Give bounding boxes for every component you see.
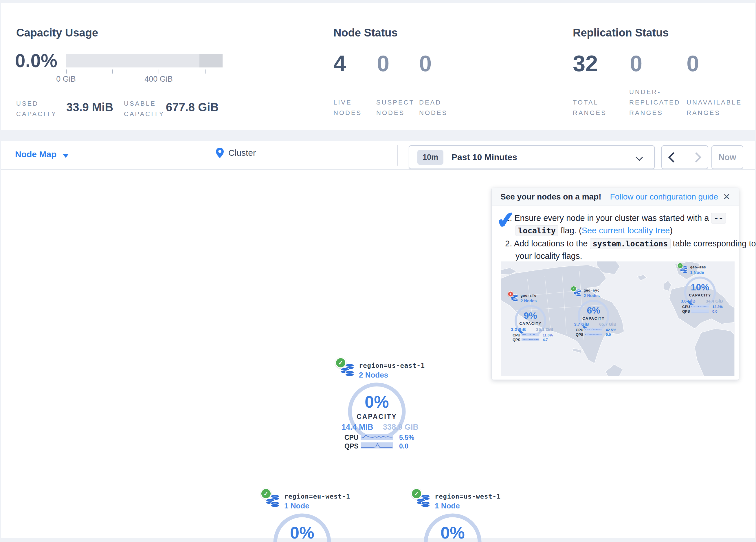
configuration-guide-link[interactable]: Follow our configuration guide xyxy=(610,192,718,201)
used-capacity: 3.2 GiB xyxy=(511,327,526,332)
qps-value: 0.0 xyxy=(399,442,408,450)
cpu-value: 12.3% xyxy=(712,305,723,309)
view-selector-dropdown[interactable]: Node Map xyxy=(15,149,69,159)
map-node-geo-sfo[interactable]: 1 geo=sfo 2 Nodes 9% CAPACITY 3.2 GiB 35… xyxy=(506,291,557,344)
qps-label: QPS xyxy=(344,442,359,450)
region-card-us-east-1[interactable]: ✓ region=us-east-1 2 Nodes 0% CAPACITY 1… xyxy=(333,357,425,454)
capacity-gauge xyxy=(348,383,406,440)
time-range-selector[interactable]: 10m Past 10 Minutes xyxy=(409,145,655,169)
system-locations-code: system.locations xyxy=(590,238,670,249)
capacity-percent: 10% xyxy=(684,282,716,293)
live-nodes-label: LIVENODES xyxy=(333,97,362,118)
locality-label: region=eu-west-1 xyxy=(284,493,350,500)
qps-label: QPS xyxy=(513,338,520,342)
breadcrumb-label: Cluster xyxy=(228,148,256,158)
step-2-line-2: your locality flags. xyxy=(515,251,582,261)
locality-label: region=us-east-1 xyxy=(359,362,425,369)
map-node-geo-nyc[interactable]: ✓ geo=nyc 2 Nodes 6% CAPACITY 3.7 GiB 65… xyxy=(569,286,620,339)
qps-value: 0.0 xyxy=(606,333,611,337)
qps-sparkline xyxy=(522,338,540,341)
total-ranges-label: TOTALRANGES xyxy=(573,97,607,118)
axis-tick-label: 400 GiB xyxy=(144,75,173,84)
total-capacity: 338.9 GiB xyxy=(383,423,419,432)
total-capacity: 34.4 GiB xyxy=(706,299,723,304)
map-node-geo-ams[interactable]: ✓ geo=ams 1 Node 10% CAPACITY 3.6 GiB 34… xyxy=(676,262,727,316)
locality-label: geo=nyc xyxy=(584,289,600,293)
check-icon: ✔ xyxy=(495,206,517,234)
total-capacity: 35.1 GiB xyxy=(536,327,553,332)
capacity-usage-percent: 0.0% xyxy=(15,52,57,70)
capacity-percent: 9% xyxy=(515,310,546,321)
axis-tick xyxy=(159,69,159,73)
nodes-on-map-popup: See your nodes on a map! Follow our conf… xyxy=(491,187,739,380)
live-nodes-count: 4 xyxy=(333,52,346,75)
cpu-value: 5.5% xyxy=(399,434,414,442)
node-status-title: Node Status xyxy=(333,27,398,39)
chevron-down-icon xyxy=(636,153,643,161)
capacity-label: CAPACITY xyxy=(684,293,716,298)
cpu-label: CPU xyxy=(513,333,520,337)
locality-label: geo=ams xyxy=(690,265,706,269)
nodes-count-link[interactable]: 2 Nodes xyxy=(584,293,600,298)
used-capacity: 3.6 GiB xyxy=(681,299,696,304)
chevron-left-icon xyxy=(668,152,678,162)
dead-nodes-label: DEADNODES xyxy=(419,97,447,118)
time-range-label: Past 10 Minutes xyxy=(452,152,517,162)
database-stack-icon xyxy=(266,494,280,508)
under-replicated-label: UNDER- REPLICATED RANGES xyxy=(629,87,680,118)
nodes-count-link[interactable]: 2 Nodes xyxy=(521,298,537,303)
used-capacity-value: 33.9 MiB xyxy=(66,101,113,114)
capacity-label: CAPACITY xyxy=(515,322,546,326)
used-capacity: 3.7 GiB xyxy=(574,322,589,327)
locality-breadcrumb[interactable]: Cluster xyxy=(216,148,256,158)
suspect-nodes-label: SUSPECTNODES xyxy=(376,97,414,118)
cpu-label: CPU xyxy=(682,305,690,309)
toolbar-divider xyxy=(397,145,398,166)
qps-sparkline xyxy=(691,310,709,313)
cpu-label: CPU xyxy=(344,434,359,442)
qps-value: 4.7 xyxy=(543,338,548,342)
chevron-down-icon xyxy=(63,154,69,158)
capacity-usage-bar-segment xyxy=(199,54,223,67)
qps-label: QPS xyxy=(682,310,690,314)
locality-label: region=us-west-1 xyxy=(435,493,501,500)
nodes-count-link[interactable]: 1 Node xyxy=(690,270,704,275)
axis-tick xyxy=(66,69,67,73)
locality-flag-code: locality xyxy=(515,225,558,236)
used-capacity: 14.4 MiB xyxy=(342,423,373,432)
capacity-percent: 6% xyxy=(578,305,610,316)
cpu-value: 42.5% xyxy=(606,328,616,332)
qps-sparkline xyxy=(585,333,603,336)
time-back-button[interactable] xyxy=(662,146,685,168)
nodes-count-link[interactable]: 1 Node xyxy=(435,501,460,510)
cpu-sparkline xyxy=(691,305,709,308)
region-card-eu-west-1[interactable]: ✓ region=eu-west-1 1 Node 0% CAPACITY 9.… xyxy=(258,488,351,542)
capacity-usage-bar xyxy=(66,54,223,67)
database-stack-icon xyxy=(680,266,688,273)
node-map-page: Capacity Usage 0.0% 0 GiB 400 GiB USED C… xyxy=(0,0,756,542)
time-forward-button[interactable] xyxy=(685,146,708,168)
qps-label: QPS xyxy=(576,333,583,337)
step-1-line-2: locality flag. (See current locality tre… xyxy=(515,226,673,235)
step-2-number: 2. xyxy=(505,239,512,248)
database-stack-icon xyxy=(573,289,581,297)
cpu-sparkline xyxy=(522,333,540,337)
replication-status-title: Replication Status xyxy=(573,27,669,39)
popup-header: See your nodes on a map! Follow our conf… xyxy=(492,188,739,206)
chevron-right-icon xyxy=(691,152,701,162)
region-card-us-west-1[interactable]: ✓ region=us-west-1 1 Node 0% CAPACITY 9.… xyxy=(409,488,501,542)
qps-value: 0.0 xyxy=(712,310,718,314)
nodes-count-link[interactable]: 2 Nodes xyxy=(359,371,388,380)
locality-tree-link[interactable]: See current locality tree xyxy=(582,226,670,235)
capacity-label: CAPACITY xyxy=(348,413,406,421)
now-button[interactable]: Now xyxy=(711,145,743,169)
nodes-count-link[interactable]: 1 Node xyxy=(284,501,309,510)
unavailable-ranges-count: 0 xyxy=(687,52,699,75)
locality-flag-code: -- xyxy=(711,213,726,223)
database-stack-icon xyxy=(340,363,355,377)
axis-tick xyxy=(205,69,205,73)
used-capacity-label: USED CAPACITY xyxy=(16,98,57,119)
locality-label: geo=sfo xyxy=(521,294,537,298)
close-icon[interactable]: ✕ xyxy=(723,192,730,201)
dead-nodes-count: 0 xyxy=(419,52,432,75)
